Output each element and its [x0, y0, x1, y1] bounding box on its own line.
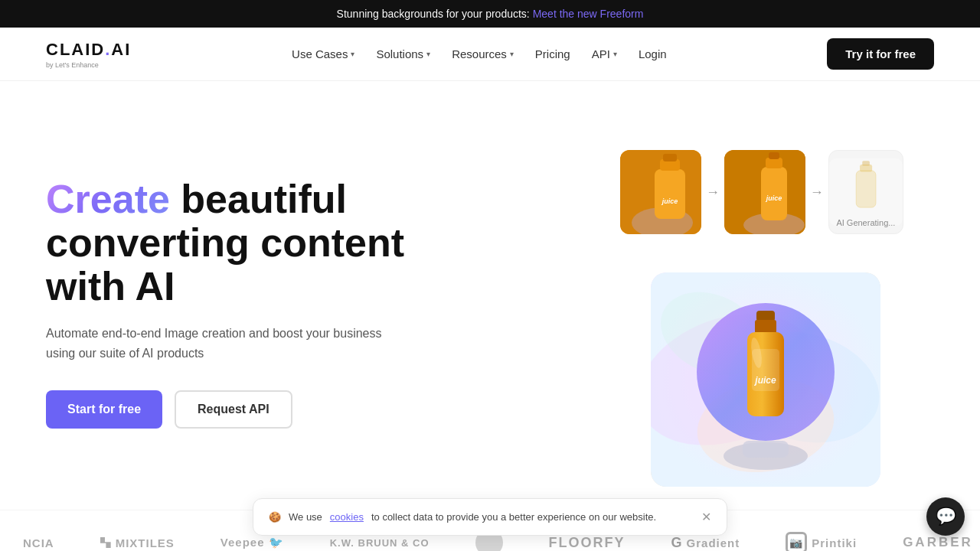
- image-processing-strip: juice → juice →: [620, 150, 903, 234]
- product-visual-bg: juice: [651, 272, 880, 487]
- arrow-icon-1: →: [706, 184, 720, 201]
- start-for-free-button[interactable]: Start for free: [46, 390, 162, 429]
- svg-text:juice: juice: [753, 375, 776, 386]
- svg-text:juice: juice: [662, 197, 678, 205]
- svg-rect-22: [743, 441, 789, 458]
- nav-links: Use Cases ▾ Solutions ▾ Resources ▾ Pric…: [292, 47, 667, 60]
- chevron-down-icon: ▾: [613, 50, 617, 58]
- cookie-icon: 🍪: [269, 511, 281, 523]
- nav-item-solutions[interactable]: Solutions ▾: [376, 47, 430, 60]
- hero-title: Create beautifulconverting contentwith A…: [46, 178, 413, 309]
- hero-title-create: Create: [46, 177, 170, 221]
- top-banner: Stunning backgrounds for your products: …: [0, 0, 980, 28]
- before-image-2: juice: [724, 150, 805, 234]
- hero-section: Create beautifulconverting contentwith A…: [0, 81, 980, 510]
- chat-button[interactable]: 💬: [926, 497, 965, 536]
- logo-sub: by Let's Enhance: [46, 61, 131, 69]
- arrow-icon-2: →: [810, 184, 824, 201]
- chevron-down-icon: ▾: [426, 50, 430, 58]
- brand-garber: GARBER: [903, 535, 973, 550]
- hero-left: Create beautifulconverting contentwith A…: [46, 178, 413, 429]
- brand-printiki: 📷 Printiki: [786, 532, 857, 551]
- cookie-banner: 🍪 We use cookies to collect data to prov…: [253, 498, 727, 536]
- main-product-image: juice: [651, 272, 880, 487]
- request-api-button[interactable]: Request API: [175, 390, 292, 429]
- chat-icon: 💬: [936, 507, 956, 527]
- chevron-down-icon: ▾: [351, 50, 354, 58]
- brand-veepee: Veepee 🐦: [220, 536, 284, 549]
- chevron-down-icon: ▾: [510, 50, 514, 58]
- hero-subtitle: Automate end-to-end Image creation and b…: [46, 324, 413, 363]
- navbar: CLAID.AI by Let's Enhance Use Cases ▾ So…: [0, 28, 980, 81]
- cookie-text-after: to collect data to provide you a better …: [371, 511, 656, 523]
- nav-item-resources[interactable]: Resources ▾: [452, 47, 514, 60]
- brand-ncia: NCIA: [23, 536, 54, 549]
- generating-label: AI Generating...: [836, 218, 895, 227]
- svg-rect-4: [663, 154, 677, 161]
- brand-mixtiles: MIXTILES: [100, 536, 175, 549]
- svg-text:juice: juice: [766, 194, 782, 202]
- banner-prefix: Stunning backgrounds for your products:: [337, 8, 530, 20]
- svg-rect-9: [766, 158, 782, 168]
- banner-link[interactable]: Meet the new Freeform: [533, 8, 644, 20]
- before-image-1: juice: [620, 150, 701, 234]
- cookie-link[interactable]: cookies: [330, 511, 364, 523]
- brand-kw: K.W. BRUUN & CO: [330, 537, 430, 549]
- try-it-free-button[interactable]: Try it for free: [827, 38, 934, 70]
- nav-item-login[interactable]: Login: [639, 47, 667, 60]
- logo-text: CLAID.AI: [46, 40, 131, 60]
- hero-buttons: Start for free Request API: [46, 390, 413, 429]
- cookie-text-before: We use: [289, 511, 322, 523]
- nav-item-use-cases[interactable]: Use Cases ▾: [292, 47, 354, 60]
- nav-item-api[interactable]: API ▾: [592, 47, 617, 60]
- hero-visual: juice → juice →: [612, 142, 934, 464]
- svg-rect-23: [756, 311, 775, 321]
- cookie-close-button[interactable]: ✕: [701, 510, 711, 524]
- svg-rect-24: [755, 320, 776, 334]
- svg-rect-2: [655, 169, 685, 219]
- svg-rect-15: [862, 161, 870, 165]
- svg-rect-13: [856, 171, 876, 207]
- svg-rect-10: [769, 152, 779, 159]
- nav-item-pricing[interactable]: Pricing: [535, 47, 570, 60]
- ai-generating-box: AI Generating...: [828, 150, 903, 234]
- brand-gradient: G Gradient: [671, 535, 740, 551]
- svg-rect-8: [761, 167, 787, 220]
- brand-floorfy: FLOORFY: [549, 535, 626, 551]
- logo[interactable]: CLAID.AI by Let's Enhance: [46, 40, 131, 69]
